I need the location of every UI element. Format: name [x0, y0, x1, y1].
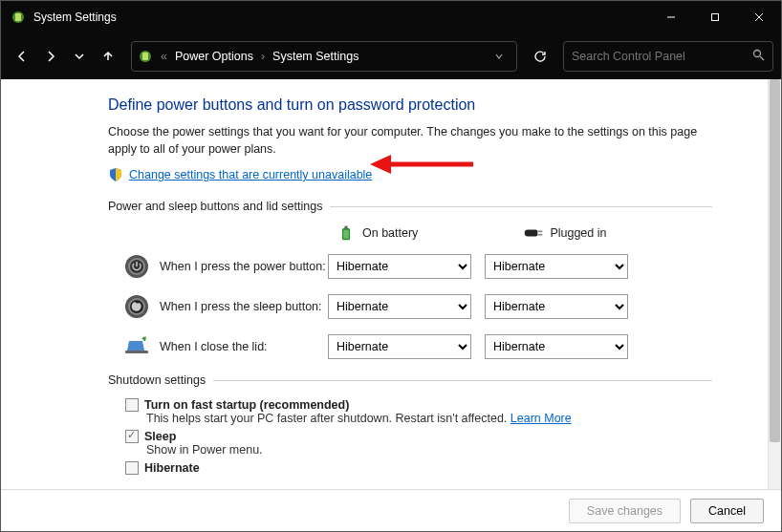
search-box[interactable] [563, 41, 773, 72]
change-unavailable-settings-link[interactable]: Change settings that are currently unava… [129, 168, 372, 181]
power-button-label: When I press the power button: [160, 260, 328, 273]
plug-icon [523, 224, 544, 242]
save-changes-button[interactable]: Save changes [569, 499, 681, 523]
power-button-plugged-select[interactable]: Hibernate [485, 254, 628, 279]
fast-startup-description: This helps start your PC faster after sh… [146, 412, 510, 425]
fast-startup-checkbox[interactable] [125, 398, 139, 412]
titlebar: System Settings [1, 1, 781, 33]
svg-point-8 [754, 51, 761, 57]
search-input[interactable] [572, 50, 752, 63]
maximize-button[interactable] [693, 1, 737, 33]
breadcrumb-power-options[interactable]: Power Options [175, 50, 253, 63]
scrollbar-thumb[interactable] [770, 79, 780, 442]
power-options-icon [138, 49, 153, 64]
recent-locations-button[interactable] [66, 43, 93, 70]
scrollbar[interactable] [768, 79, 781, 489]
svg-line-9 [760, 56, 764, 60]
hibernate-checkbox[interactable] [125, 461, 139, 475]
power-options-app-icon [11, 10, 26, 25]
fast-startup-label: Turn on fast startup (recommended) [144, 398, 349, 412]
sleep-checkbox[interactable] [125, 430, 139, 443]
svg-rect-1 [15, 13, 21, 21]
sleep-label: Sleep [144, 430, 176, 443]
lid-close-row: When I close the lid: Hibernate Hibernat… [108, 333, 712, 360]
sleep-button-plugged-select[interactable]: Hibernate [485, 294, 628, 319]
up-button[interactable] [95, 43, 121, 70]
shield-icon [108, 167, 123, 182]
svg-rect-21 [125, 351, 148, 353]
power-button-battery-select[interactable]: Hibernate [328, 254, 471, 279]
hibernate-item: Hibernate [125, 461, 712, 475]
chevron-right-icon: › [259, 50, 267, 63]
column-plugged-in: Plugged in [523, 224, 606, 242]
page-heading: Define power buttons and turn on passwor… [108, 96, 712, 114]
divider [330, 206, 712, 207]
learn-more-link[interactable]: Learn More [510, 412, 572, 425]
power-button-row: When I press the power button: Hibernate… [108, 253, 712, 280]
lid-battery-select[interactable]: Hibernate [328, 334, 471, 359]
svg-rect-13 [538, 231, 543, 233]
window-title: System Settings [33, 11, 649, 24]
svg-rect-3 [712, 14, 719, 21]
svg-rect-14 [538, 234, 543, 236]
lid-close-label: When I close the lid: [160, 340, 328, 353]
sleep-button-label: When I press the sleep button: [160, 300, 328, 313]
lid-plugged-select[interactable]: Hibernate [485, 334, 628, 359]
footer: Save changes Cancel [1, 489, 781, 531]
sleep-button-icon [123, 293, 150, 320]
address-dropdown-button[interactable] [488, 52, 510, 61]
minimize-button[interactable] [649, 1, 693, 33]
refresh-button[interactable] [525, 41, 555, 72]
power-button-icon [123, 253, 150, 280]
sleep-description: Show in Power menu. [146, 443, 712, 457]
divider [213, 380, 712, 381]
hibernate-label: Hibernate [144, 461, 200, 475]
on-battery-label: On battery [362, 226, 418, 240]
sleep-button-row: When I press the sleep button: Hibernate… [108, 293, 712, 320]
navbar: « Power Options › System Settings [1, 33, 781, 79]
sleep-item: Sleep Show in Power menu. [125, 430, 712, 457]
content-area: Define power buttons and turn on passwor… [1, 79, 768, 489]
breadcrumb-system-settings[interactable]: System Settings [272, 50, 358, 63]
svg-rect-7 [142, 53, 148, 60]
laptop-lid-icon [123, 333, 150, 360]
section-power-sleep-label: Power and sleep buttons and lid settings [108, 200, 322, 213]
svg-rect-12 [343, 230, 349, 239]
forward-button[interactable] [37, 43, 64, 70]
page-description: Choose the power settings that you want … [108, 123, 712, 158]
battery-icon [336, 224, 357, 242]
back-button[interactable] [9, 43, 35, 70]
section-shutdown-label: Shutdown settings [108, 373, 206, 387]
fast-startup-item: Turn on fast startup (recommended) This … [125, 398, 712, 425]
sleep-button-battery-select[interactable]: Hibernate [328, 294, 471, 319]
close-button[interactable] [737, 1, 781, 33]
cancel-button[interactable]: Cancel [690, 499, 764, 523]
address-bar[interactable]: « Power Options › System Settings [131, 41, 517, 72]
search-icon[interactable] [752, 48, 765, 65]
svg-rect-11 [344, 226, 347, 228]
plugged-in-label: Plugged in [550, 226, 606, 240]
column-on-battery: On battery [336, 224, 418, 242]
breadcrumb-prefix: « [159, 50, 169, 63]
